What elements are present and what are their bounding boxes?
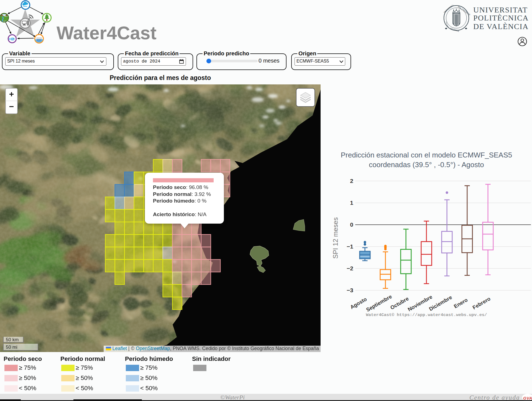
- svg-text:UNIVERSITAT: UNIVERSITAT: [443, 5, 456, 14]
- svg-text:Septiembre: Septiembre: [365, 293, 393, 313]
- svg-text:0: 0: [350, 221, 353, 228]
- svg-text:−1: −1: [347, 243, 353, 250]
- svg-text:DE VALÈNCIA: DE VALÈNCIA: [473, 22, 529, 31]
- svg-text:−3: −3: [347, 287, 353, 293]
- svg-text:1: 1: [350, 200, 353, 206]
- svg-text:−2: −2: [347, 265, 353, 271]
- svg-text:2: 2: [350, 178, 353, 184]
- svg-text:Water4Cast© https://app.water4: Water4Cast© https://app.water4cast.webs.…: [366, 312, 487, 317]
- svg-text:POLITÈCNICA: POLITÈCNICA: [473, 14, 529, 22]
- svg-text:SPI 12 meses: SPI 12 meses: [332, 217, 339, 258]
- svg-text:UNIVERSITAT: UNIVERSITAT: [473, 6, 528, 14]
- svg-text:Febrero: Febrero: [472, 296, 492, 311]
- svg-text:Enero: Enero: [453, 297, 469, 309]
